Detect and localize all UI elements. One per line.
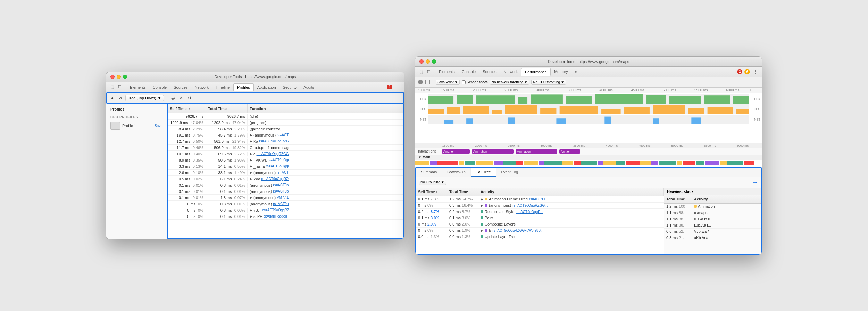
td-func: Oda.b.port1.onmessage rs=ACT9oOgqRZGG...… — [248, 145, 289, 150]
svg-rect-31 — [691, 117, 701, 124]
call-tree-panel: Summary Bottom-Up Call Tree Event Log No… — [415, 167, 762, 255]
record-btn[interactable]: ● — [110, 95, 115, 101]
timeline-overview: 1000 ms 1500 ms 2000 ms 2500 ms 3000 ms … — [415, 88, 762, 143]
grouping-dropdown[interactable]: No Grouping ▼ — [419, 180, 446, 185]
tab-performance-2[interactable]: Performance — [521, 68, 551, 76]
error-badge-2: 3 — [737, 69, 743, 74]
tab-more[interactable]: » — [571, 68, 581, 75]
svg-rect-53 — [659, 161, 676, 165]
screenshots-checkbox[interactable] — [462, 80, 466, 84]
td-total: 45.7 ms 1.79% — [206, 133, 248, 138]
tab-network-2[interactable]: Network — [500, 68, 521, 75]
minimize-btn-2[interactable] — [426, 59, 430, 64]
main-section-label[interactable]: Main — [415, 155, 762, 160]
td-self: 8.9 ms 0.35% — [168, 158, 206, 163]
tab-sources-2[interactable]: Sources — [479, 68, 500, 75]
td-total: 9626.7 ms — [206, 114, 248, 119]
tab-security-1[interactable]: Security — [279, 84, 300, 91]
cpu-throttle-dropdown[interactable]: No CPU throttling ▼ — [531, 80, 566, 85]
call-tree-toolbar: No Grouping ▼ → — [416, 177, 761, 188]
interaction-bar-2: Animation — [472, 149, 514, 154]
table-row: 0.1 ms 0.01% 0.3 ms 0.01% (anonymous) rs… — [168, 182, 403, 188]
td-total: 0.8 ms 0.03% — [206, 208, 248, 213]
svg-rect-10 — [733, 96, 749, 103]
maximize-btn-1[interactable] — [123, 75, 127, 79]
td-total: 561.0 ms 21.94% — [206, 139, 248, 144]
profiles-main-content: Profiles CPU PROFILES Profile 1 Save Sel… — [106, 104, 404, 239]
table-row: 9626.7 ms 9626.7 ms (idle) — [168, 113, 403, 120]
record-circle-btn[interactable] — [418, 80, 423, 84]
td-self: 58.4 ms 2.29% — [168, 126, 206, 131]
minimize-btn-1[interactable] — [117, 75, 121, 79]
table-row: 0.1 ms 0.01% 1.8 ms 0.07% ▶ (anonymous) … — [168, 195, 403, 201]
tab-summary[interactable]: Summary — [416, 168, 442, 177]
tab-network-1[interactable]: Network — [191, 84, 212, 91]
more-options-btn-1[interactable]: ⋮ — [394, 84, 401, 90]
hs-td-total: 0.6 ms 52.6% — [664, 229, 692, 234]
svg-rect-22 — [688, 108, 704, 114]
close-btn-1[interactable] — [110, 75, 115, 79]
tab-application-1[interactable]: Application — [254, 84, 279, 91]
td-self: 0 ms 0% — [168, 214, 206, 219]
tab-elements-2[interactable]: Elements — [435, 68, 458, 75]
td-self: 3.3 ms 0.13% — [168, 164, 206, 169]
fps-chart-svg — [428, 94, 749, 104]
td-self: 0.1 ms 0.01% — [168, 189, 206, 194]
svg-rect-3 — [518, 97, 527, 104]
arrow-indicator: → — [751, 178, 758, 186]
stop-recording-btn[interactable] — [425, 80, 430, 84]
hs-td-activity: VJb.wa /l... — [692, 229, 761, 234]
ct-td-self: 0.1 ms 7.3% — [416, 197, 447, 202]
table-row: 0 ms 0% 0.8 ms 0.03% ▶ yB.T rs=ACT9oOgqR… — [168, 207, 403, 213]
svg-rect-24 — [736, 109, 749, 114]
tab-profiles-1[interactable]: Profiles — [233, 83, 254, 91]
js-profile-dropdown[interactable]: JavaScript ▼ — [436, 80, 460, 85]
activity-dot — [481, 216, 483, 219]
tab-event-log[interactable]: Event Log — [496, 168, 524, 177]
svg-rect-16 — [505, 105, 537, 114]
profile-table: Self Time ▼ Total Time Function 9626.7 m… — [167, 104, 404, 239]
devtools-mobile-icon-2[interactable]: ☐ — [426, 68, 432, 75]
devtools-window-profiles: Developer Tools - https://www.google.com… — [106, 72, 404, 239]
tab-call-tree[interactable]: Call Tree — [471, 168, 496, 177]
tab-timeline-1[interactable]: Timeline — [212, 84, 233, 91]
th-total-time[interactable]: Total Time — [206, 104, 248, 113]
profile-item-1[interactable]: Profile 1 Save — [109, 121, 164, 131]
exclude-btn[interactable]: ✕ — [178, 95, 184, 101]
more-options-btn-2[interactable]: ⋮ — [752, 68, 759, 75]
net-chart-svg — [428, 115, 749, 124]
focus-btn[interactable]: ◎ — [170, 95, 176, 101]
restore-btn[interactable]: ↺ — [186, 95, 193, 101]
tab-console-1[interactable]: Console — [149, 84, 170, 91]
tab-bottom-up[interactable]: Bottom-Up — [442, 168, 471, 177]
devtools-mobile-icon[interactable]: ☐ — [117, 84, 123, 90]
td-self: 11.7 ms 0.46% — [168, 145, 206, 150]
th-self-time[interactable]: Self Time ▼ — [168, 104, 206, 113]
svg-rect-57 — [705, 161, 719, 165]
tab-audits-1[interactable]: Audits — [300, 84, 318, 91]
tab-memory-2[interactable]: Memory — [551, 68, 571, 75]
td-total: 1202.9 ms 47.04% — [206, 120, 248, 125]
screenshots-checkbox-label[interactable]: Screenshots — [462, 80, 488, 84]
net-max-label: NET — [751, 118, 760, 121]
devtools-inspect-icon-2[interactable]: ⬚ — [418, 68, 424, 75]
save-profile-btn[interactable]: Save — [155, 124, 162, 128]
tab-elements-1[interactable]: Elements — [126, 84, 149, 91]
th-function[interactable]: Function — [248, 104, 289, 113]
close-btn-2[interactable] — [419, 59, 424, 64]
tab-sources-1[interactable]: Sources — [170, 84, 191, 91]
td-func: ▶ (anonymous) VM77:139 — [248, 195, 289, 200]
maximize-btn-2[interactable] — [432, 59, 436, 64]
network-throttle-dropdown[interactable]: No network throttling ▼ — [490, 80, 529, 85]
svg-rect-38 — [494, 161, 503, 165]
clear-btn[interactable]: ⊘ — [117, 95, 123, 101]
activity-dot — [485, 229, 487, 232]
profiles-sidebar: Profiles CPU PROFILES Profile 1 Save — [106, 104, 167, 239]
td-func: ▶ sl.PE cb=gapi.loaded_0:44 — [248, 214, 289, 219]
hs-row: 1.1 ms 88.7% iL.Ga rs=... — [664, 216, 761, 222]
tab-console-2[interactable]: Console — [458, 68, 479, 75]
td-self: 0.1 ms 0.01% — [168, 195, 206, 200]
view-dropdown[interactable]: Tree (Top Down) ▼ — [125, 95, 164, 101]
devtools-inspect-icon[interactable]: ⬚ — [109, 84, 115, 90]
hs-td-total: 1.2 ms 100.0% — [664, 204, 692, 209]
